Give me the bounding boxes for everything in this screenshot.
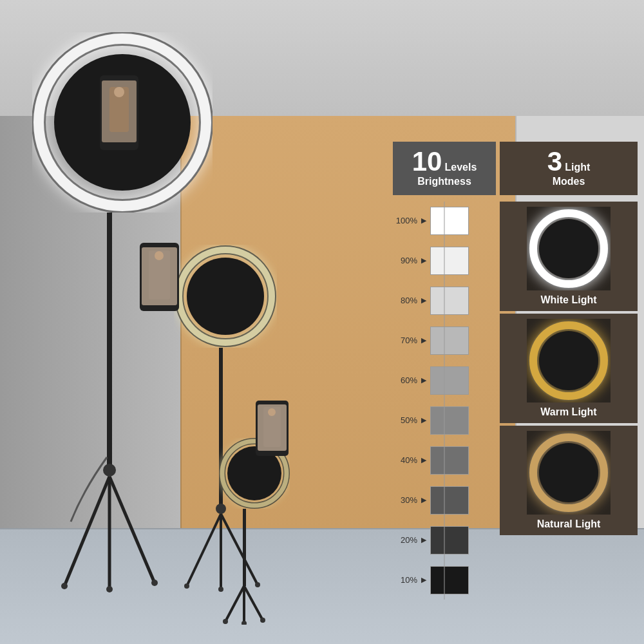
svg-line-11 — [109, 477, 155, 583]
brightness-pct-label: 10% — [393, 575, 417, 585]
brightness-pct-label: 40% — [393, 455, 417, 465]
svg-point-36 — [268, 408, 276, 416]
content-row: 100% ▶ 90% ▶ 80% ▶ 70% ▶ 60% ▶ 50% ▶ 40%… — [393, 202, 638, 600]
phone-holder-mid — [138, 242, 180, 312]
svg-point-55 — [539, 443, 598, 502]
warm-light-mode: Warm Light — [500, 314, 638, 423]
brightness-label2: Brightness — [402, 175, 487, 189]
brightness-arrow: ▶ — [421, 336, 426, 345]
warm-light-ring — [527, 319, 611, 402]
brightness-swatch — [430, 366, 469, 395]
brightness-line — [444, 202, 445, 600]
info-panel: 10 Levels Brightness 3 Light Modes 100% … — [393, 142, 638, 600]
brightness-number: 10 — [412, 146, 442, 176]
white-light-mode: White Light — [500, 202, 638, 311]
brightness-swatch — [430, 287, 469, 315]
brightness-arrow: ▶ — [421, 496, 426, 504]
svg-point-13 — [106, 586, 113, 592]
svg-point-12 — [61, 583, 68, 589]
brightness-levels-column: 100% ▶ 90% ▶ 80% ▶ 70% ▶ 60% ▶ 50% ▶ 40%… — [393, 202, 496, 600]
brightness-arrow: ▶ — [421, 256, 426, 265]
modes-number: 3 — [547, 146, 562, 176]
phone-holder-low — [254, 399, 290, 457]
brightness-swatch — [430, 566, 469, 594]
light-modes-column: White Light Warm Light — [500, 202, 638, 600]
svg-point-27 — [184, 583, 189, 589]
brightness-label1: Levels — [445, 162, 477, 173]
svg-line-38 — [225, 586, 244, 621]
svg-line-24 — [187, 514, 221, 586]
brightness-swatch — [430, 327, 469, 355]
brightness-pct-label: 30% — [393, 495, 417, 505]
svg-point-6 — [114, 87, 124, 97]
brightness-header: 10 Levels Brightness — [393, 142, 496, 195]
natural-light-ring — [527, 431, 611, 515]
phone-holder-top — [97, 74, 142, 151]
brightness-arrow: ▶ — [421, 416, 426, 424]
brightness-swatch — [430, 247, 469, 275]
svg-point-42 — [242, 621, 247, 625]
svg-rect-37 — [243, 509, 246, 586]
svg-line-9 — [64, 477, 109, 586]
svg-point-8 — [103, 464, 116, 477]
brightness-pct-label: 50% — [393, 415, 417, 425]
brightness-pct-label: 60% — [393, 375, 417, 385]
brightness-arrow: ▶ — [421, 576, 426, 584]
modes-label1: Light — [565, 162, 590, 173]
brightness-arrow: ▶ — [421, 376, 426, 384]
natural-light-label: Natural Light — [537, 518, 601, 530]
brightness-pct-label: 70% — [393, 336, 417, 345]
brightness-pct-label: 20% — [393, 535, 417, 545]
warm-light-label: Warm Light — [540, 406, 596, 418]
svg-point-14 — [151, 580, 158, 586]
brightness-arrow: ▶ — [421, 536, 426, 544]
svg-line-40 — [244, 586, 263, 620]
brightness-swatch — [430, 406, 469, 435]
svg-point-21 — [155, 251, 164, 260]
brightness-arrow: ▶ — [421, 296, 426, 305]
brightness-swatch — [430, 207, 469, 235]
brightness-pct-label: 90% — [393, 256, 417, 265]
tripod-small — [219, 509, 270, 625]
svg-rect-7 — [107, 213, 112, 470]
white-light-ring — [527, 207, 611, 290]
brightness-pct-label: 80% — [393, 296, 417, 305]
svg-point-17 — [187, 258, 264, 335]
natural-light-mode: Natural Light — [500, 426, 638, 535]
white-light-label: White Light — [540, 294, 596, 306]
brightness-swatch — [430, 446, 469, 475]
brightness-arrow: ▶ — [421, 216, 426, 225]
brightness-swatch — [430, 526, 469, 554]
modes-label2: Modes — [509, 175, 629, 189]
brightness-swatch — [430, 486, 469, 515]
svg-point-41 — [223, 619, 228, 624]
modes-header: 3 Light Modes — [500, 142, 638, 195]
ring-light-medium — [174, 245, 277, 348]
svg-point-51 — [539, 331, 598, 390]
brightness-pct-label: 100% — [393, 216, 417, 225]
svg-point-43 — [260, 618, 265, 623]
header-row: 10 Levels Brightness 3 Light Modes — [393, 142, 638, 195]
svg-point-47 — [539, 219, 598, 278]
brightness-arrow: ▶ — [421, 456, 426, 464]
